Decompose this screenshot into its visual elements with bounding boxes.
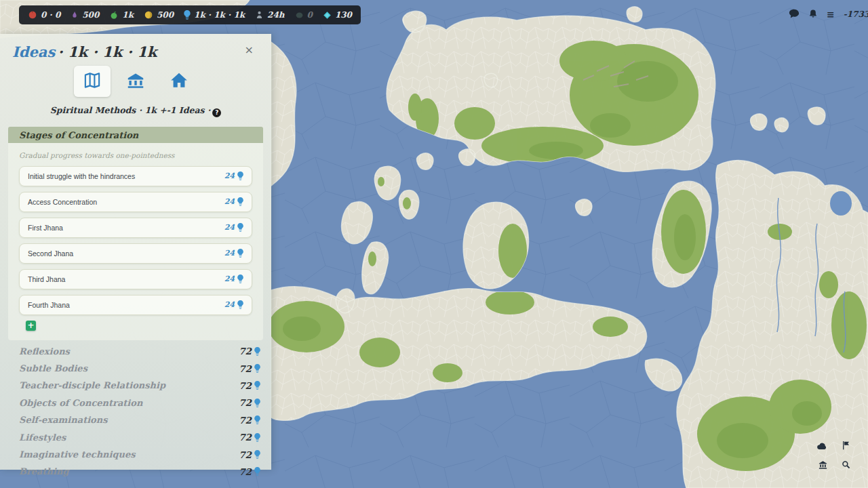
flag-icon[interactable]: [840, 439, 852, 451]
category-label: Reflexions: [19, 346, 70, 357]
close-icon[interactable]: ×: [245, 45, 254, 56]
category-value: 72: [239, 415, 252, 426]
category-value: 72: [239, 380, 252, 391]
lightbulb-icon: [254, 347, 260, 356]
lake: [830, 191, 852, 216]
tab-map[interactable]: [74, 66, 111, 97]
idea-categories: Reflexions 72 Subtle Bodies 72 Teacher-d…: [0, 343, 271, 481]
lightbulb-icon: [254, 450, 260, 459]
help-icon[interactable]: ?: [212, 108, 221, 117]
panel-title-counts: · 1k · 1k · 1k: [58, 43, 157, 60]
flame-icon: [71, 10, 79, 20]
resource-value: 500: [157, 10, 174, 20]
section-header[interactable]: Stages of Concentration: [8, 127, 263, 143]
stages-section: Stages of Concentration Gradual progress…: [8, 127, 263, 340]
category-value: 72: [239, 466, 252, 477]
resource-value: 130: [335, 10, 352, 20]
cloud-icon[interactable]: [816, 439, 829, 451]
list-item[interactable]: Objects of Concentration 72: [0, 394, 271, 411]
stage-value: 24: [224, 171, 235, 180]
lightbulb-icon: [254, 364, 260, 373]
home-icon: [169, 71, 189, 92]
idea-icon: [184, 10, 191, 20]
tab-temple[interactable]: [117, 66, 154, 97]
menu-icon[interactable]: ≡: [827, 9, 835, 19]
resource-value: 500: [82, 10, 99, 20]
lightbulb-icon: [237, 274, 243, 283]
resource-dim[interactable]: 0: [295, 10, 313, 20]
resource-ideas[interactable]: 1k · 1k · 1k: [184, 10, 245, 20]
panel-subheader: Spiritual Methods · 1k +-1 Ideas ·?: [0, 105, 271, 117]
temple-icon[interactable]: [816, 458, 829, 470]
list-item[interactable]: Subtle Bodies 72: [0, 360, 271, 377]
resource-bar: 0 · 0 500 1k 500 1k · 1k · 1k 24h 0 130: [19, 5, 361, 24]
list-item[interactable]: First Jhana 24: [19, 218, 252, 238]
stage-value: 24: [224, 274, 235, 283]
add-idea-button[interactable]: +: [26, 321, 36, 331]
resource-value: 0 · 0: [41, 10, 60, 20]
section-subtitle: Gradual progress towards one-pointedness: [19, 151, 252, 159]
stage-label: Initial struggle with the hindrances: [28, 172, 135, 180]
lightbulb-icon: [237, 300, 243, 309]
bottom-right-hud: [816, 439, 852, 470]
stage-list: Initial struggle with the hindrances 24 …: [8, 159, 263, 315]
category-label: Subtle Bodies: [19, 363, 87, 373]
category-label: Teacher-disciple Relationship: [19, 380, 165, 390]
list-item[interactable]: Reflexions 72: [0, 343, 271, 360]
stage-label: Fourth Jhana: [28, 301, 70, 309]
resource-work-time[interactable]: 24h: [255, 10, 284, 20]
temple-icon: [125, 71, 146, 92]
category-value: 72: [239, 346, 252, 357]
resource-value: 1k · 1k · 1k: [194, 10, 245, 20]
apple-icon: [109, 10, 119, 20]
gem-icon: [323, 11, 332, 20]
bell-icon[interactable]: [808, 9, 818, 19]
list-item[interactable]: Fourth Jhana 24: [19, 295, 252, 315]
lightbulb-icon: [254, 415, 260, 424]
game-screen: Ideas· 1k · 1k · 1k ×: [0, 0, 868, 488]
list-item[interactable]: Lifestyles 72: [0, 428, 271, 445]
stage-label: First Jhana: [28, 224, 63, 232]
list-item[interactable]: Third Jhana 24: [19, 269, 252, 289]
category-label: Self-examinations: [19, 415, 108, 425]
stage-value: 24: [224, 197, 235, 206]
panel-tabs: [0, 66, 271, 97]
leaf-icon: [295, 11, 304, 20]
map-icon: [82, 71, 102, 92]
resource-food[interactable]: 1k: [109, 10, 134, 20]
lightbulb-icon: [237, 223, 243, 232]
list-item[interactable]: Self-examinations 72: [0, 411, 271, 428]
panel-title: Ideas: [12, 43, 55, 60]
lightbulb-icon: [237, 249, 243, 258]
list-item[interactable]: Access Concentration 24: [19, 192, 252, 212]
list-item[interactable]: Breathing 72: [0, 463, 271, 480]
category-label: Objects of Concentration: [19, 398, 142, 408]
category-label: Breathing: [19, 466, 68, 476]
list-item[interactable]: Initial struggle with the hindrances 24: [19, 166, 252, 186]
list-item[interactable]: Teacher-disciple Relationship 72: [0, 377, 271, 394]
tab-home[interactable]: [161, 66, 197, 97]
resource-meat[interactable]: 0 · 0: [28, 10, 60, 20]
lightbulb-icon: [254, 381, 260, 390]
resource-value: 0: [307, 10, 313, 20]
lightbulb-icon: [254, 467, 260, 476]
category-label: Imaginative techniques: [19, 449, 136, 460]
resource-flame[interactable]: 500: [71, 10, 99, 20]
list-item[interactable]: Second Jhana 24: [19, 243, 252, 264]
chat-icon[interactable]: [789, 9, 800, 19]
ideas-panel: Ideas· 1k · 1k · 1k ×: [0, 34, 271, 470]
stage-label: Second Jhana: [28, 249, 73, 258]
lightbulb-icon: [254, 399, 260, 407]
resource-gems[interactable]: 130: [323, 10, 352, 20]
subheader-text: Spiritual Methods · 1k +-1 Ideas ·: [50, 105, 211, 115]
resource-coins[interactable]: 500: [144, 10, 174, 20]
search-icon[interactable]: [840, 458, 852, 470]
top-right-hud: ≡ -1733: [789, 9, 868, 19]
list-item[interactable]: Imaginative techniques 72: [0, 446, 271, 463]
worker-icon: [255, 10, 264, 20]
coin-icon: [144, 10, 153, 20]
stage-value: 24: [224, 249, 235, 258]
stage-label: Access Concentration: [28, 198, 97, 206]
lightbulb-icon: [254, 433, 260, 442]
stage-value: 24: [224, 223, 235, 232]
